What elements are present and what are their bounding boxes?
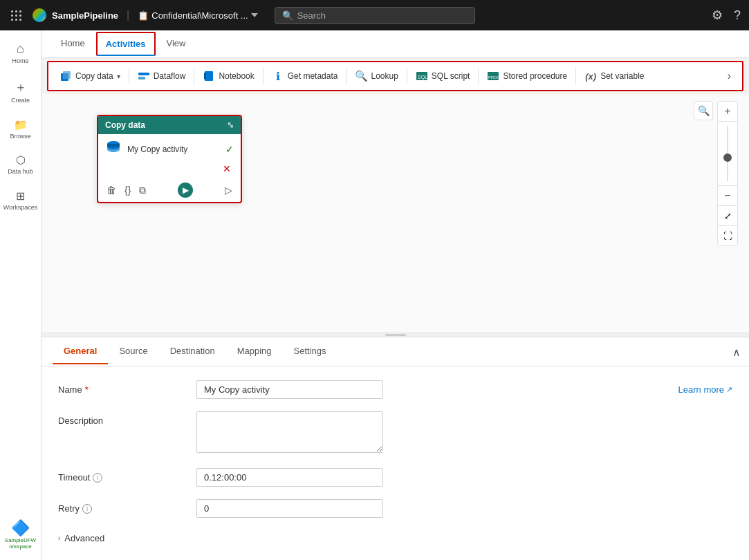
zoom-slider-track[interactable] [727, 126, 728, 181]
separator-5 [407, 68, 407, 84]
canvas-search-button[interactable]: 🔍 [694, 101, 713, 120]
timeout-label: Timeout i [58, 468, 196, 483]
workspace-selector[interactable]: 📋 Confidential\Microsoft ... [138, 10, 257, 21]
activities-toolbar: Copy data ▾ Dataflow Notebook ℹ Get met [47, 61, 743, 91]
node-code-button[interactable]: {} [123, 183, 132, 197]
node-run-button[interactable]: ▶ [178, 183, 193, 198]
zoom-in-button[interactable]: + [718, 102, 737, 121]
app-menu-button[interactable] [8, 8, 24, 24]
copy-data-label: Copy data [75, 71, 113, 81]
panel-tab-settings[interactable]: Settings [283, 339, 337, 364]
retry-info-icon[interactable]: i [82, 504, 92, 514]
activities-more-button[interactable]: › [722, 67, 737, 85]
pipeline-canvas[interactable]: Copy data ⤡ My Copy activity ✓ ✕ [41, 94, 749, 333]
advanced-toggle[interactable]: › Advanced [58, 530, 732, 546]
activity-lookup[interactable]: 🔍 Lookup [349, 67, 403, 85]
svg-text:PROC: PROC [488, 75, 499, 80]
retry-form-row: Retry i [58, 499, 732, 518]
separator-1 [129, 68, 129, 84]
data-factory-icon: 🔷 [11, 519, 30, 537]
search-input[interactable] [297, 10, 463, 21]
copy-data-icon [59, 70, 72, 82]
separator-6 [478, 68, 479, 84]
timeout-input[interactable] [196, 468, 383, 487]
description-label: Description [58, 411, 196, 426]
tab-home[interactable]: Home [53, 32, 93, 55]
sidebar-item-workspaces[interactable]: ⊞ Workspaces [3, 184, 39, 217]
app-name: SamplePipeline [52, 10, 118, 21]
activity-get-metadata[interactable]: ℹ Get metadata [266, 67, 344, 85]
logo-icon [33, 8, 46, 22]
node-db-icon [105, 140, 122, 159]
help-icon[interactable]: ? [734, 8, 741, 23]
node-success-icon: ✓ [225, 144, 234, 155]
external-link-icon: ↗ [726, 385, 732, 394]
zoom-fit-button[interactable]: ⤢ [718, 206, 737, 225]
search-bar[interactable]: 🔍 [275, 7, 475, 24]
activity-dataflow[interactable]: Dataflow [132, 67, 192, 85]
home-icon: ⌂ [17, 41, 24, 56]
svg-text:SQL: SQL [418, 75, 427, 80]
panel-collapse-button[interactable]: ∧ [732, 345, 741, 358]
timeout-info-icon[interactable]: i [93, 473, 102, 483]
retry-input[interactable] [196, 499, 383, 518]
name-field [196, 380, 670, 399]
app-logo: SamplePipeline [33, 8, 118, 22]
lookup-icon: 🔍 [355, 70, 367, 82]
sidebar-item-sampledf[interactable]: 🔷 SampleDFW orkspace [0, 515, 41, 554]
set-variable-icon: (x) [584, 70, 597, 82]
tab-view[interactable]: View [158, 32, 194, 55]
zoom-separator-1 [718, 121, 737, 122]
resize-indicator [385, 334, 406, 336]
node-body: My Copy activity ✓ ✕ [98, 134, 241, 180]
panel-content: Name * Learn more ↗ Description [41, 366, 749, 560]
workspaces-icon: ⊞ [16, 189, 25, 203]
copy-data-dropdown-icon[interactable]: ▾ [117, 73, 120, 80]
learn-more-link[interactable]: Learn more ↗ [678, 380, 732, 395]
panel-tab-source[interactable]: Source [108, 339, 158, 364]
sidebar-item-home[interactable]: ⌂ Home [3, 36, 39, 71]
node-expand-icon[interactable]: ⤡ [227, 120, 234, 130]
node-next-button[interactable]: ▷ [223, 183, 234, 197]
separator-3 [263, 68, 263, 84]
svg-rect-1 [63, 71, 71, 79]
activity-sql-script[interactable]: SQL SQL script [410, 67, 476, 85]
description-field [196, 411, 732, 456]
chevron-right-icon: › [58, 534, 60, 542]
zoom-out-button[interactable]: − [718, 186, 737, 205]
name-input[interactable] [196, 380, 383, 399]
activity-notebook[interactable]: Notebook [197, 67, 259, 85]
panel-tab-general[interactable]: General [53, 339, 108, 364]
activity-set-variable[interactable]: (x) Set variable [579, 67, 649, 85]
workspace-name: Confidential\Microsoft ... [151, 10, 248, 21]
retry-field [196, 499, 732, 518]
settings-icon[interactable]: ⚙ [712, 8, 723, 23]
separator-7 [575, 68, 576, 84]
zoom-controls: + − ⤢ ⛶ [717, 101, 738, 246]
node-activity-name: My Copy activity [127, 144, 220, 154]
panel-tab-destination[interactable]: Destination [159, 339, 226, 364]
node-delete-button[interactable]: 🗑 [105, 183, 118, 197]
activity-copy-data[interactable]: Copy data ▾ [54, 67, 126, 85]
chevron-down-icon [251, 12, 258, 19]
zoom-fullscreen-button[interactable]: ⛶ [718, 226, 737, 245]
description-textarea[interactable] [196, 411, 383, 453]
svg-rect-3 [138, 77, 145, 80]
node-copy-button[interactable]: ⧉ [138, 183, 147, 198]
activity-stored-procedure[interactable]: PROC Stored procedure [481, 67, 573, 85]
create-icon: ＋ [15, 79, 27, 95]
timeout-field [196, 468, 732, 487]
zoom-slider-thumb[interactable] [723, 153, 732, 162]
get-metadata-icon: ℹ [272, 70, 284, 82]
sidebar-item-browse[interactable]: 📁 Browse [3, 113, 39, 146]
node-header: Copy data ⤡ [98, 116, 241, 134]
copy-data-node[interactable]: Copy data ⤡ My Copy activity ✓ ✕ [97, 115, 242, 203]
timeout-form-row: Timeout i [58, 468, 732, 487]
tab-activities[interactable]: Activities [96, 32, 156, 56]
main-layout: ⌂ Home ＋ Create 📁 Browse ⬡ Data hub ⊞ Wo… [0, 30, 749, 560]
sql-script-label: SQL script [432, 71, 470, 81]
sidebar-item-data-hub[interactable]: ⬡ Data hub [3, 148, 39, 181]
panel-tab-mapping[interactable]: Mapping [226, 339, 283, 364]
sidebar-item-create[interactable]: ＋ Create [3, 73, 39, 110]
dataflow-label: Dataflow [154, 71, 186, 81]
